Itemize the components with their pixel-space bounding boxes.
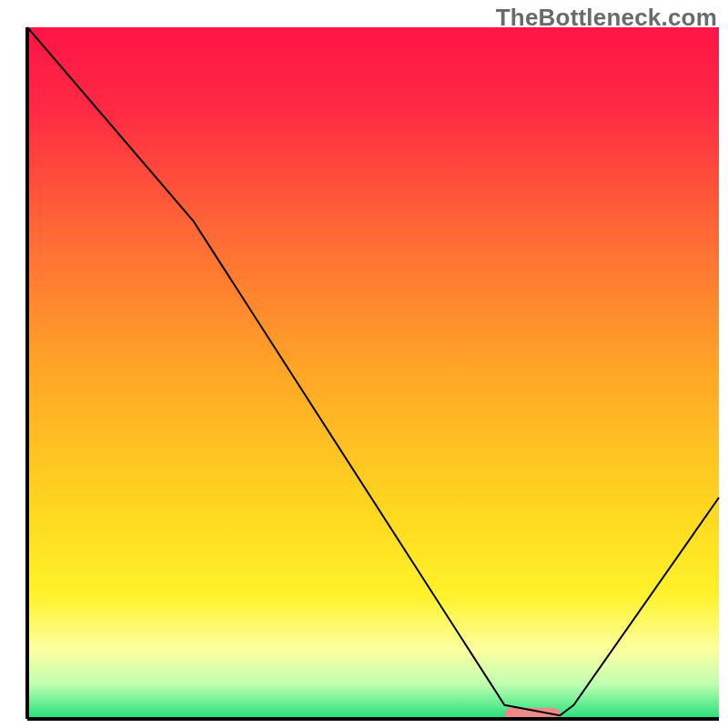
chart-container: TheBottleneck.com [0, 0, 728, 728]
bottleneck-chart [0, 0, 728, 728]
watermark-text: TheBottleneck.com [496, 4, 717, 32]
plot-background [27, 27, 719, 719]
